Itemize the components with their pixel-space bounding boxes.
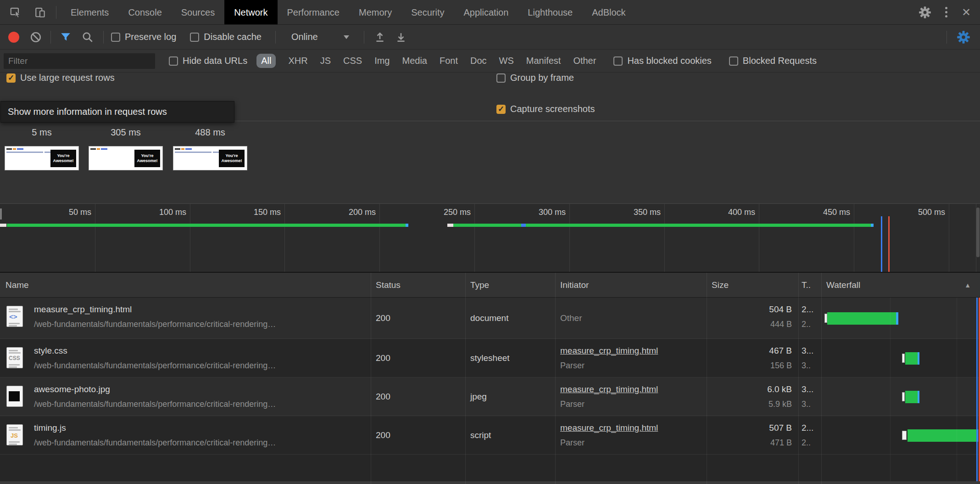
overview-tick-label: 300 ms: [515, 208, 566, 217]
dom-content-loaded-line: [976, 298, 978, 481]
import-har-icon[interactable]: [371, 28, 389, 46]
time-total: 3...: [802, 346, 821, 356]
initiator-detail: Parser: [560, 361, 707, 371]
filter-type-img[interactable]: Img: [374, 56, 390, 66]
filter-type-js[interactable]: JS: [320, 56, 331, 66]
tab-sources[interactable]: Sources: [172, 0, 224, 24]
tab-performance[interactable]: Performance: [278, 0, 350, 24]
request-file-path: /web-fundamentals/fundamentals/performan…: [34, 438, 276, 448]
time-latency: 2..: [802, 438, 821, 448]
filter-type-ws[interactable]: WS: [499, 56, 514, 66]
toolbar-divider: [103, 31, 104, 44]
tab-application[interactable]: Application: [454, 0, 518, 24]
column-header-t[interactable]: T..: [798, 273, 821, 297]
overview-gridline: [569, 204, 570, 272]
filter-type-media[interactable]: Media: [402, 56, 427, 66]
tab-memory[interactable]: Memory: [349, 0, 401, 24]
thumbnail-caption: You're: [57, 153, 70, 158]
tab-security[interactable]: Security: [401, 0, 454, 24]
size-resource: 5.9 kB: [712, 400, 792, 409]
time-total: 2...: [802, 304, 821, 315]
column-header-type[interactable]: Type: [465, 273, 555, 297]
export-har-icon[interactable]: [392, 28, 410, 46]
initiator-detail: Parser: [560, 400, 707, 409]
time-total: 3...: [802, 384, 821, 394]
network-overview-timeline[interactable]: 50 ms100 ms150 ms200 ms250 ms300 ms350 m…: [0, 203, 980, 273]
throttling-dropdown[interactable]: Online: [283, 32, 357, 42]
request-row-measure_crp_timing.html[interactable]: <>measure_crp_timing.html/web-fundamenta…: [0, 298, 980, 339]
blocked-requests-checkbox[interactable]: Blocked Requests: [729, 56, 817, 66]
overview-tick-label: 450 ms: [800, 208, 850, 217]
overview-tick-label: 200 ms: [325, 208, 376, 217]
initiator-link[interactable]: measure_crp_timing.html: [560, 384, 658, 394]
tab-console[interactable]: Console: [118, 0, 171, 24]
overview-scrub-handle[interactable]: [0, 208, 2, 219]
initiator-link[interactable]: measure_crp_timing.html: [560, 346, 658, 355]
filter-type-manifest[interactable]: Manifest: [526, 56, 561, 66]
cell-initiator: measure_crp_timing.htmlParser: [555, 416, 707, 454]
initiator-link[interactable]: measure_crp_timing.html: [560, 423, 658, 433]
use-large-request-rows-checkbox[interactable]: Use large request rows: [6, 73, 115, 83]
column-header-size[interactable]: Size: [707, 273, 798, 297]
scrollbar-thumb[interactable]: [976, 208, 980, 257]
request-row-timing.js[interactable]: JStiming.js/web-fundamentals/fundamental…: [0, 416, 980, 455]
overview-gridline: [474, 204, 475, 272]
filter-input[interactable]: [4, 53, 155, 69]
network-settings-gear-icon[interactable]: [954, 28, 973, 46]
tab-adblock[interactable]: AdBlock: [582, 0, 635, 24]
screenshot-filmstrip: 5 msYou'reAwesome!305 msYou'reAwesome!48…: [0, 121, 980, 203]
disable-cache-checkbox[interactable]: Disable cache: [190, 32, 262, 42]
thumbnail-header-text: [181, 148, 184, 150]
column-header-waterfall[interactable]: Waterfall▲: [821, 273, 980, 297]
resource-type-filters: AllXHRJSCSSImgMediaFontDocWSManifestOthe…: [256, 54, 596, 68]
filter-type-font[interactable]: Font: [440, 56, 458, 66]
record-button[interactable]: [8, 32, 19, 43]
preserve-log-checkbox[interactable]: Preserve log: [111, 32, 176, 42]
hide-data-urls-checkbox[interactable]: Hide data URLs: [169, 56, 247, 66]
overview-tick-label: 50 ms: [41, 208, 91, 217]
has-blocked-cookies-checkbox[interactable]: Has blocked cookies: [613, 56, 711, 66]
capture-screenshots-checkbox[interactable]: Capture screenshots: [496, 104, 595, 114]
tab-network[interactable]: Network: [224, 0, 277, 24]
filmstrip-frame-thumbnail[interactable]: You'reAwesome!: [89, 146, 163, 170]
filmstrip-frame-thumbnail[interactable]: You'reAwesome!: [5, 146, 79, 170]
search-icon[interactable]: [78, 28, 97, 46]
filter-type-css[interactable]: CSS: [343, 56, 362, 66]
device-toolbar-icon[interactable]: [31, 3, 50, 22]
group-by-frame-checkbox[interactable]: Group by frame: [496, 73, 574, 83]
filter-type-other[interactable]: Other: [573, 56, 596, 66]
column-header-status[interactable]: Status: [371, 273, 465, 297]
cell-size: 467 B156 B: [707, 339, 798, 377]
thumbnail-header-text: [101, 148, 107, 150]
filter-funnel-icon[interactable]: [56, 28, 75, 46]
summary-bar: [0, 481, 980, 484]
filter-type-all[interactable]: All: [256, 54, 276, 68]
toolbar-divider: [56, 6, 56, 19]
sort-ascending-icon: ▲: [964, 273, 971, 297]
cell-size: 507 B471 B: [707, 416, 798, 454]
filter-type-doc[interactable]: Doc: [470, 56, 487, 66]
toolbar-divider: [50, 31, 51, 44]
column-header-initiator[interactable]: Initiator: [555, 273, 707, 297]
tab-elements[interactable]: Elements: [61, 0, 118, 24]
filter-type-xhr[interactable]: XHR: [288, 56, 307, 66]
settings-gear-icon[interactable]: [916, 3, 934, 22]
cell-type: stylesheet: [465, 339, 555, 377]
thumbnail-header-text: [185, 148, 192, 150]
request-row-style.css[interactable]: CSSstyle.css/web-fundamentals/fundamenta…: [0, 339, 980, 377]
requests-table: NameStatusTypeInitiatorSizeT..Waterfall▲…: [0, 273, 980, 484]
waterfall-waiting-block: [902, 354, 905, 363]
image-file-icon: [6, 386, 23, 407]
more-options-icon[interactable]: [938, 3, 954, 22]
tooltip-text: Show more information in request rows: [8, 107, 167, 117]
request-row-awesome-photo.jpg[interactable]: awesome-photo.jpg/web-fundamentals/funda…: [0, 377, 980, 416]
overview-gridline: [664, 204, 665, 272]
inspect-element-icon[interactable]: [6, 3, 25, 22]
tab-lighthouse[interactable]: Lighthouse: [518, 0, 582, 24]
network-toolbar: Preserve log Disable cache Online: [0, 25, 980, 50]
filmstrip-frame-thumbnail[interactable]: You'reAwesome!: [173, 146, 247, 170]
clear-icon[interactable]: [27, 28, 45, 46]
overview-tick-label: 350 ms: [610, 208, 661, 217]
close-icon[interactable]: ✕: [958, 3, 974, 22]
column-header-name[interactable]: Name: [0, 273, 371, 297]
